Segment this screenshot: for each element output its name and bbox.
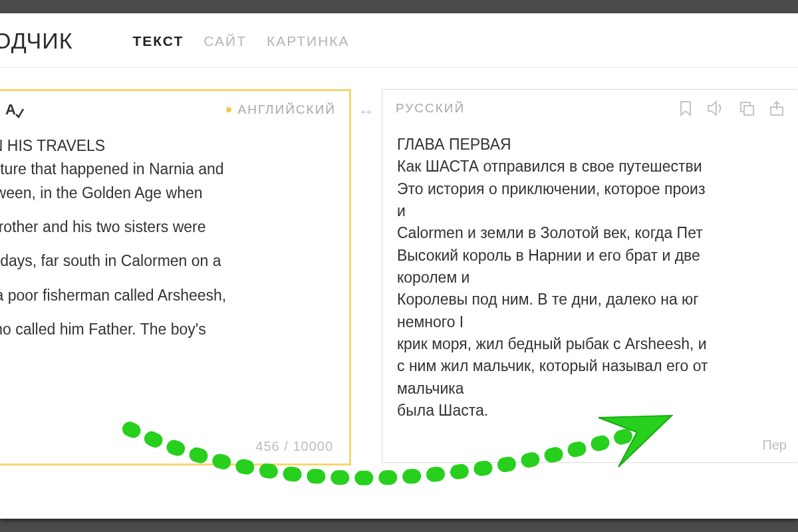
mode-tabs: ТЕКСТ САЙТ КАРТИНКА — [132, 33, 349, 49]
copy-icon[interactable] — [739, 100, 755, 116]
spellcheck-icon[interactable]: A — [5, 101, 24, 118]
swap-languages-button[interactable]: ↔ — [351, 89, 382, 122]
char-counter: 456 / 10000 — [255, 439, 333, 454]
sound-icon[interactable] — [707, 100, 724, 116]
target-panel: РУССКИЙ — [382, 89, 797, 463]
header: ОДЧИК ТЕКСТ САЙТ КАРТИНКА — [0, 13, 798, 68]
source-language-selector[interactable]: АНГЛИЙСКИЙ — [226, 102, 336, 117]
app-logo-text: ОДЧИК — [0, 28, 72, 54]
source-text-area[interactable]: ET OUT ON HIS TRAVELS of an adventure th… — [0, 128, 349, 352]
tab-site[interactable]: САЙТ — [203, 33, 247, 49]
target-text-area[interactable]: ГЛАВА ПЕРВАЯ Как ШАСТА отправился в свое… — [382, 127, 797, 422]
svg-text:A: A — [5, 101, 16, 118]
target-language-selector[interactable]: РУССКИЙ — [396, 101, 465, 116]
source-panel: A АНГЛИЙСКИЙ ET OUT ON HIS TRAVELS of an… — [0, 89, 351, 466]
share-icon[interactable] — [769, 100, 784, 116]
target-footer-link[interactable]: Пер — [762, 438, 787, 453]
bookmark-icon[interactable] — [679, 100, 692, 116]
tab-text[interactable]: ТЕКСТ — [132, 33, 184, 49]
source-language-label: АНГЛИЙСКИЙ — [238, 102, 336, 117]
translate-panels: A АНГЛИЙСКИЙ ET OUT ON HIS TRAVELS of an… — [0, 68, 798, 466]
svg-rect-12 — [744, 106, 753, 115]
auto-detect-dot-icon — [226, 107, 231, 112]
tab-image[interactable]: КАРТИНКА — [267, 33, 350, 49]
